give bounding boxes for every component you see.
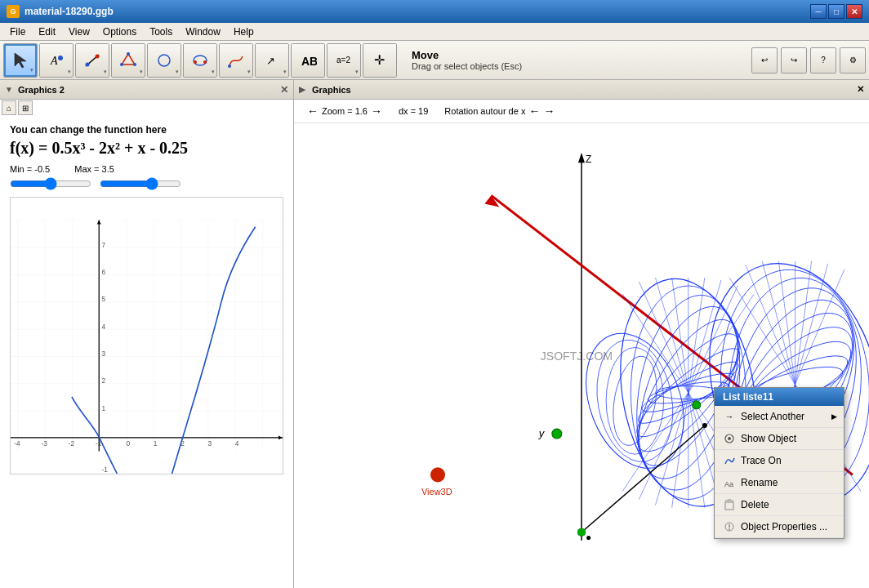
svg-text:View3D: View3D [421, 487, 452, 497]
tool-group-11: ✛ [363, 43, 397, 78]
svg-point-99 [577, 528, 586, 537]
function-hint: You can change the function here [10, 124, 283, 136]
maximize-button[interactable]: □ [828, 4, 844, 19]
tool-group-1: ▾ [3, 43, 38, 78]
object-properties-icon [723, 520, 736, 533]
menu-help[interactable]: Help [227, 24, 261, 39]
svg-text:1: 1 [102, 404, 106, 412]
right-collapse-icon[interactable]: ▶ [299, 85, 309, 95]
circle-tool[interactable]: ▾ [148, 44, 180, 77]
select-tool[interactable]: ▾ [4, 44, 37, 77]
right-panel-header: ▶ Graphics ✕ [294, 80, 869, 100]
g2-toolbar: ⌂ ⊞ [0, 100, 293, 116]
max-slider-label: Max = 3.5 [74, 164, 114, 174]
svg-point-88 [606, 347, 663, 454]
tool-group-5: ▾ [147, 43, 181, 78]
context-menu-header: List liste11 [715, 388, 844, 406]
help-button[interactable]: ? [810, 47, 836, 74]
ctx-rename-label: Rename [741, 477, 778, 488]
main-area: ▼ Graphics 2 ✕ ⌂ ⊞ You can change the fu… [0, 80, 869, 588]
right-panel-title: Graphics [312, 85, 351, 95]
rotation-left-arrow[interactable]: ← [528, 105, 540, 118]
menu-bar: File Edit View Options Tools Window Help [0, 23, 869, 41]
g2-grid-btn[interactable]: ⊞ [18, 100, 33, 115]
svg-text:3: 3 [102, 350, 106, 358]
svg-text:7: 7 [102, 241, 106, 249]
svg-text:Aa: Aa [724, 480, 733, 488]
svg-point-93 [702, 423, 707, 428]
minimize-button[interactable]: ─ [810, 4, 827, 19]
redo-button[interactable]: ↪ [781, 47, 807, 74]
menu-view[interactable]: View [62, 24, 96, 39]
svg-text:●: ● [586, 532, 591, 543]
delete-icon [723, 498, 736, 511]
zoom-right-arrow[interactable]: → [371, 105, 382, 118]
graph-svg: -4 -3 -2 -1 0 1 2 3 4 7 6 5 4 3 2 1 [11, 198, 283, 474]
tool-group-8: ↗ ▾ [255, 43, 289, 78]
ctx-trace-on-label: Trace On [741, 455, 782, 466]
ctx-rename[interactable]: Aa Rename [715, 472, 844, 494]
close-button[interactable]: ✕ [846, 4, 862, 19]
svg-text:6: 6 [102, 268, 106, 276]
move-tool[interactable]: ✛ [363, 44, 396, 77]
ctx-show-object[interactable]: Show Object [715, 428, 844, 450]
tool-group-6: ▾ [183, 43, 217, 78]
svg-text:ABC: ABC [301, 55, 317, 68]
svg-text:5: 5 [102, 295, 106, 303]
undo-button[interactable]: ↩ [751, 47, 778, 74]
ctx-object-properties[interactable]: Object Properties ... [715, 516, 844, 538]
svg-text:JSOFTJ.COM: JSOFTJ.COM [541, 350, 613, 363]
context-menu: List liste11 → Select Another Show Objec… [714, 387, 844, 539]
angle-tool[interactable]: ↗ ▾ [256, 44, 288, 77]
g2-home-btn[interactable]: ⌂ [2, 100, 16, 115]
svg-text:2: 2 [102, 376, 106, 385]
toolbar-status: Move Drag or select objects (Esc) [399, 49, 750, 71]
menu-file[interactable]: File [3, 24, 32, 39]
ctx-select-another[interactable]: → Select Another [715, 406, 844, 428]
menu-window[interactable]: Window [179, 24, 227, 39]
menu-edit[interactable]: Edit [32, 24, 62, 39]
left-panel-title: Graphics 2 [18, 85, 65, 95]
g2-content: You can change the function here f(x) = … [0, 116, 293, 588]
max-slider[interactable] [100, 177, 181, 190]
tool-group-3: ▾ [75, 43, 109, 78]
tool-group-7: ▾ [219, 43, 253, 78]
viewport-3d[interactable]: Z ● [294, 123, 869, 588]
min-slider-label: Min = -0.5 [10, 164, 50, 174]
svg-text:-1: -1 [102, 466, 109, 474]
polygon-tool[interactable]: ▾ [112, 44, 145, 77]
conic-tool[interactable]: ▾ [184, 44, 216, 77]
toolbar-right: ↩ ↪ ? ⚙ [751, 47, 866, 74]
menu-options[interactable]: Options [96, 24, 143, 39]
zoom-left-arrow[interactable]: ← [307, 105, 319, 118]
text-tool[interactable]: ABC [292, 44, 324, 77]
svg-point-5 [96, 54, 100, 58]
svg-point-9 [120, 63, 123, 66]
svg-text:1: 1 [154, 439, 158, 448]
graph-area[interactable]: -4 -3 -2 -1 0 1 2 3 4 7 6 5 4 3 2 1 [10, 197, 283, 474]
line-tool[interactable]: ▾ [76, 44, 109, 77]
left-panel-close[interactable]: ✕ [280, 84, 288, 96]
rotation-control: Rotation autour de x ← → [444, 105, 555, 118]
settings-button[interactable]: ⚙ [840, 47, 866, 74]
svg-text:-2: -2 [69, 439, 75, 448]
tool-group-4: ▾ [111, 43, 145, 78]
svg-point-90 [693, 401, 701, 409]
svg-point-2 [58, 56, 63, 60]
collapse-icon[interactable]: ▼ [5, 85, 15, 95]
ctx-trace-on[interactable]: Trace On [715, 450, 844, 472]
ctx-select-another-label: Select Another [741, 411, 804, 422]
svg-text:-4: -4 [14, 439, 20, 448]
right-panel-close[interactable]: ✕ [857, 84, 864, 95]
min-slider[interactable] [10, 177, 91, 190]
ctx-show-object-label: Show Object [741, 433, 796, 444]
svg-point-94 [552, 429, 562, 439]
controls-3d: ← Zoom = 1.6 → dx = 19 Rotation autour d… [294, 100, 869, 123]
menu-tools[interactable]: Tools [143, 24, 179, 39]
ctx-delete[interactable]: Delete [715, 494, 844, 516]
point-tool[interactable]: A ▾ [40, 44, 73, 77]
svg-point-10 [158, 55, 170, 66]
curve-tool[interactable]: ▾ [220, 44, 252, 77]
rotation-right-arrow[interactable]: → [543, 105, 555, 118]
slider-tool[interactable]: a=2 ▾ [328, 44, 360, 77]
